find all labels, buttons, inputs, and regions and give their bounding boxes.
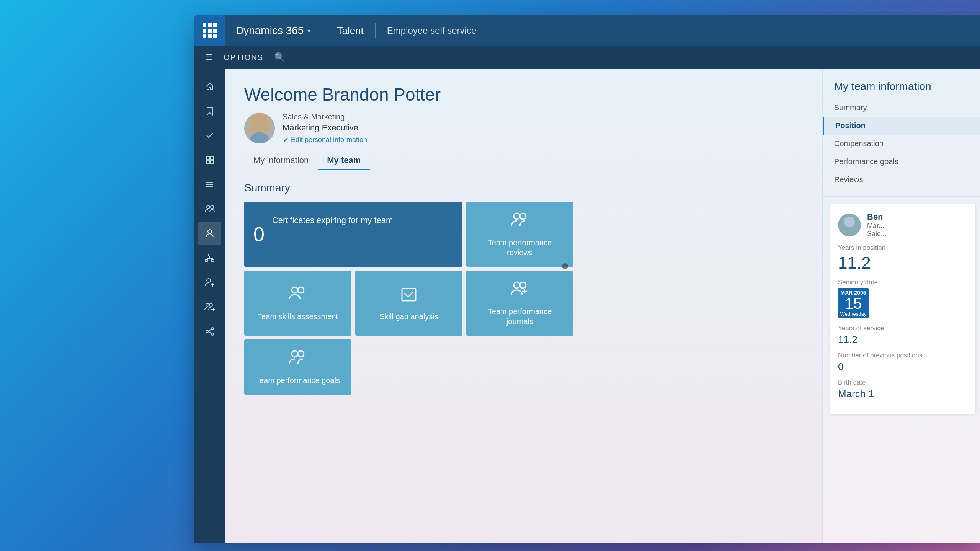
svg-rect-2: [206, 160, 209, 163]
tile-perf-journals[interactable]: Team performance journals: [466, 271, 573, 336]
svg-rect-35: [402, 289, 416, 301]
sidebar-item-connect[interactable]: [198, 320, 221, 343]
grid-icon: [205, 155, 214, 165]
prev-positions-field: Number of previous positions 0: [838, 352, 968, 373]
seniority-date-field: Seniority date MAR 2005 15 Wednesday: [838, 279, 968, 318]
years-in-position-value: 11.2: [838, 253, 968, 272]
perf-goals-label: Team performance goals: [256, 375, 340, 385]
options-label: OPTIONS: [224, 53, 263, 62]
team-nav-summary[interactable]: Summary: [823, 99, 980, 117]
svg-point-31: [514, 213, 520, 219]
welcome-title: Welcome Brandon Potter: [244, 84, 803, 105]
svg-rect-1: [210, 156, 213, 160]
person-icon: [206, 229, 214, 238]
user-info: Sales & Marketing Marketing Executive Ed…: [244, 112, 803, 144]
certs-number: 0: [253, 224, 265, 244]
team-reviews-label: Team performance reviews: [475, 238, 564, 258]
prev-positions-value: 0: [838, 361, 968, 373]
hamburger-icon[interactable]: ☰: [202, 49, 216, 65]
sidebar-item-org[interactable]: [198, 246, 221, 269]
perf-goals-icon: [288, 349, 308, 368]
perf-journals-icon: [510, 280, 530, 300]
perf-journals-label: Team performance journals: [475, 306, 564, 326]
team-skills-label: Team skills assessment: [258, 311, 338, 321]
birth-date-field: Birth date March 1: [838, 379, 968, 400]
certs-label: Certificates expiring for my team: [272, 215, 393, 253]
sidebar-item-pages[interactable]: [198, 148, 221, 171]
svg-point-45: [844, 217, 855, 227]
user-department: Sales & Marketing: [283, 112, 367, 121]
bookmark-icon: [206, 106, 214, 116]
skill-gap-label: Skill gap analysis: [379, 311, 438, 321]
team-nav-performance-goals[interactable]: Performance goals: [823, 153, 980, 171]
team-nav-compensation[interactable]: Compensation: [823, 135, 980, 153]
svg-point-25: [211, 328, 214, 330]
svg-rect-0: [206, 156, 209, 160]
sidebar-item-person[interactable]: [198, 222, 221, 245]
sidebar-item-team-manage[interactable]: [198, 197, 221, 220]
svg-point-46: [841, 229, 858, 236]
prev-positions-label: Number of previous positions: [838, 352, 968, 359]
team-manage-icon: [205, 204, 215, 214]
list-icon: [205, 180, 214, 189]
svg-point-29: [253, 117, 266, 131]
summary-header: Summary: [244, 182, 803, 194]
years-of-service-field: Years of service 11.2: [838, 324, 968, 346]
years-in-position-label: Years in position: [838, 244, 968, 252]
employee-dept: Sale...: [867, 230, 887, 238]
tile-team-skills[interactable]: Team skills assessment: [244, 271, 351, 336]
svg-line-38: [410, 292, 413, 295]
sidebar-item-team-add[interactable]: [198, 295, 221, 318]
tab-my-information[interactable]: My information: [244, 152, 318, 170]
svg-point-40: [520, 282, 526, 288]
sidebar-item-person-add[interactable]: [198, 271, 221, 294]
svg-line-36: [404, 293, 408, 297]
user-details: Sales & Marketing Marketing Executive Ed…: [283, 112, 367, 144]
nav-divider-2: [375, 23, 376, 38]
connect-icon: [205, 327, 214, 336]
edit-info-link[interactable]: Edit personal information: [283, 136, 367, 144]
team-nav-position[interactable]: Position: [823, 117, 980, 135]
svg-rect-12: [212, 260, 214, 262]
tile-certificates[interactable]: 0 Certificates expiring for my team: [244, 202, 462, 267]
search-button[interactable]: 🔍: [271, 49, 289, 66]
edit-icon: [283, 137, 289, 143]
svg-point-20: [206, 303, 209, 306]
svg-rect-11: [206, 260, 208, 262]
talent-label[interactable]: Talent: [329, 25, 371, 37]
svg-point-24: [206, 330, 208, 333]
svg-point-32: [520, 213, 526, 219]
team-nav-reviews[interactable]: Reviews: [823, 171, 980, 189]
tab-my-team[interactable]: My team: [318, 152, 370, 170]
svg-point-7: [207, 205, 210, 209]
brand-text: Dynamics 365: [236, 24, 304, 37]
employee-avatar: [838, 214, 861, 236]
sidebar-item-home[interactable]: [198, 75, 221, 98]
years-of-service-value: 11.2: [838, 334, 968, 346]
team-skills-icon: [288, 285, 308, 305]
dynamics-brand[interactable]: Dynamics 365 ▾: [225, 24, 321, 37]
team-review-icon: [510, 211, 530, 231]
svg-point-9: [208, 230, 212, 233]
sidebar-item-tasks[interactable]: [198, 124, 221, 147]
svg-point-33: [292, 287, 298, 293]
module-label: Employee self service: [379, 25, 484, 36]
sidebar-item-list[interactable]: [198, 173, 221, 196]
tile-perf-goals[interactable]: Team performance goals: [244, 339, 351, 395]
seniority-date-label: Seniority date: [838, 279, 968, 286]
svg-point-26: [211, 333, 214, 335]
years-in-position-field: Years in position 11.2: [838, 244, 968, 272]
content-area: Welcome Brandon Potter Sales & Marketing…: [225, 69, 822, 543]
svg-point-44: [298, 351, 304, 357]
employee-card-header: Ben Mar... Sale...: [838, 212, 968, 238]
tile-skill-gap[interactable]: Skill gap analysis: [355, 271, 462, 336]
seniority-weekday: Wednesday: [840, 311, 866, 317]
tile-team-perf-reviews[interactable]: Team performance reviews: [466, 202, 573, 267]
svg-point-17: [207, 279, 211, 282]
employee-name: Ben: [867, 212, 887, 222]
sidebar-item-bookmarks[interactable]: [198, 99, 221, 122]
seniority-day: 15: [845, 296, 862, 311]
years-of-service-label: Years of service: [838, 324, 968, 332]
apps-button[interactable]: [194, 15, 225, 46]
svg-rect-3: [210, 160, 213, 163]
